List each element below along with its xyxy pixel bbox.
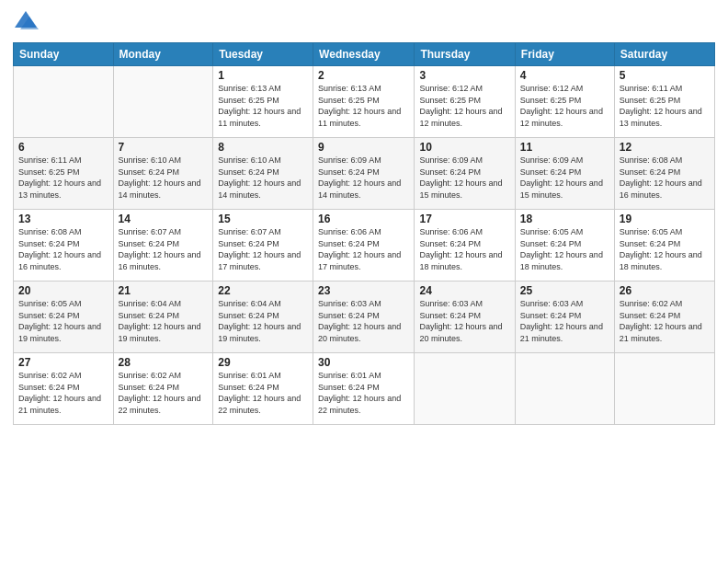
calendar-cell: 28Sunrise: 6:02 AM Sunset: 6:24 PM Dayli… [113, 353, 213, 425]
day-info: Sunrise: 6:04 AM Sunset: 6:24 PM Dayligh… [119, 298, 209, 344]
day-number: 1 [218, 69, 308, 82]
day-number: 11 [520, 141, 609, 154]
day-number: 29 [218, 356, 308, 369]
calendar-cell: 30Sunrise: 6:01 AM Sunset: 6:24 PM Dayli… [313, 353, 415, 425]
day-number: 19 [620, 213, 710, 225]
day-info: Sunrise: 6:03 AM Sunset: 6:24 PM Dayligh… [318, 298, 409, 344]
day-number: 4 [520, 69, 609, 82]
day-number: 6 [18, 141, 108, 154]
day-number: 16 [318, 213, 409, 225]
page: SundayMondayTuesdayWednesdayThursdayFrid… [0, 0, 728, 563]
calendar-cell [113, 66, 213, 138]
calendar-cell [515, 353, 614, 425]
day-number: 15 [218, 213, 308, 225]
logo [13, 9, 42, 35]
calendar-cell: 11Sunrise: 6:09 AM Sunset: 6:24 PM Dayli… [515, 138, 614, 210]
day-info: Sunrise: 6:05 AM Sunset: 6:24 PM Dayligh… [18, 298, 108, 344]
calendar-cell [415, 353, 515, 425]
day-number: 14 [119, 213, 209, 225]
day-info: Sunrise: 6:02 AM Sunset: 6:24 PM Dayligh… [620, 298, 710, 344]
calendar-cell: 7Sunrise: 6:10 AM Sunset: 6:24 PM Daylig… [113, 138, 213, 210]
day-number: 13 [18, 213, 108, 225]
day-number: 7 [119, 141, 209, 154]
day-number: 3 [419, 69, 509, 82]
calendar-week-row: 27Sunrise: 6:02 AM Sunset: 6:24 PM Dayli… [14, 353, 715, 425]
day-info: Sunrise: 6:12 AM Sunset: 6:25 PM Dayligh… [520, 83, 609, 129]
header [13, 9, 715, 35]
calendar-week-row: 1Sunrise: 6:13 AM Sunset: 6:25 PM Daylig… [14, 66, 715, 138]
calendar-cell: 13Sunrise: 6:08 AM Sunset: 6:24 PM Dayli… [14, 210, 114, 282]
calendar-cell: 24Sunrise: 6:03 AM Sunset: 6:24 PM Dayli… [415, 282, 515, 353]
calendar-cell: 12Sunrise: 6:08 AM Sunset: 6:24 PM Dayli… [614, 138, 714, 210]
calendar-cell: 22Sunrise: 6:04 AM Sunset: 6:24 PM Dayli… [213, 282, 313, 353]
day-number: 17 [419, 213, 509, 225]
calendar-cell: 16Sunrise: 6:06 AM Sunset: 6:24 PM Dayli… [313, 210, 415, 282]
weekday-monday: Monday [113, 43, 213, 66]
day-number: 27 [18, 356, 108, 369]
calendar-cell: 23Sunrise: 6:03 AM Sunset: 6:24 PM Dayli… [313, 282, 415, 353]
calendar-cell: 8Sunrise: 6:10 AM Sunset: 6:24 PM Daylig… [213, 138, 313, 210]
day-number: 23 [318, 284, 409, 297]
weekday-header-row: SundayMondayTuesdayWednesdayThursdayFrid… [14, 43, 715, 66]
day-info: Sunrise: 6:06 AM Sunset: 6:24 PM Dayligh… [318, 226, 409, 272]
day-info: Sunrise: 6:07 AM Sunset: 6:24 PM Dayligh… [218, 226, 308, 272]
calendar-cell: 26Sunrise: 6:02 AM Sunset: 6:24 PM Dayli… [614, 282, 714, 353]
calendar-cell: 9Sunrise: 6:09 AM Sunset: 6:24 PM Daylig… [313, 138, 415, 210]
weekday-saturday: Saturday [614, 43, 714, 66]
weekday-thursday: Thursday [415, 43, 515, 66]
day-number: 8 [218, 141, 308, 154]
day-info: Sunrise: 6:04 AM Sunset: 6:24 PM Dayligh… [218, 298, 308, 344]
calendar-cell: 6Sunrise: 6:11 AM Sunset: 6:25 PM Daylig… [14, 138, 114, 210]
day-number: 25 [520, 284, 609, 297]
day-info: Sunrise: 6:08 AM Sunset: 6:24 PM Dayligh… [620, 155, 710, 201]
calendar-cell [14, 66, 114, 138]
calendar-cell: 27Sunrise: 6:02 AM Sunset: 6:24 PM Dayli… [14, 353, 114, 425]
weekday-sunday: Sunday [14, 43, 114, 66]
day-number: 26 [620, 284, 710, 297]
calendar-cell: 3Sunrise: 6:12 AM Sunset: 6:25 PM Daylig… [415, 66, 515, 138]
day-info: Sunrise: 6:13 AM Sunset: 6:25 PM Dayligh… [318, 83, 409, 129]
day-number: 28 [119, 356, 209, 369]
weekday-tuesday: Tuesday [213, 43, 313, 66]
day-info: Sunrise: 6:03 AM Sunset: 6:24 PM Dayligh… [419, 298, 509, 344]
weekday-friday: Friday [515, 43, 614, 66]
logo-icon [13, 9, 39, 35]
day-info: Sunrise: 6:05 AM Sunset: 6:24 PM Dayligh… [620, 226, 710, 272]
calendar-cell: 17Sunrise: 6:06 AM Sunset: 6:24 PM Dayli… [415, 210, 515, 282]
day-number: 18 [520, 213, 609, 225]
day-info: Sunrise: 6:11 AM Sunset: 6:25 PM Dayligh… [620, 83, 710, 129]
calendar-cell: 5Sunrise: 6:11 AM Sunset: 6:25 PM Daylig… [614, 66, 714, 138]
day-info: Sunrise: 6:01 AM Sunset: 6:24 PM Dayligh… [318, 370, 409, 416]
weekday-wednesday: Wednesday [313, 43, 415, 66]
calendar-cell: 10Sunrise: 6:09 AM Sunset: 6:24 PM Dayli… [415, 138, 515, 210]
calendar-cell: 29Sunrise: 6:01 AM Sunset: 6:24 PM Dayli… [213, 353, 313, 425]
calendar-cell: 2Sunrise: 6:13 AM Sunset: 6:25 PM Daylig… [313, 66, 415, 138]
calendar-cell: 18Sunrise: 6:05 AM Sunset: 6:24 PM Dayli… [515, 210, 614, 282]
day-info: Sunrise: 6:09 AM Sunset: 6:24 PM Dayligh… [318, 155, 409, 201]
day-info: Sunrise: 6:02 AM Sunset: 6:24 PM Dayligh… [119, 370, 209, 416]
day-info: Sunrise: 6:08 AM Sunset: 6:24 PM Dayligh… [18, 226, 108, 272]
day-number: 5 [620, 69, 710, 82]
calendar-week-row: 6Sunrise: 6:11 AM Sunset: 6:25 PM Daylig… [14, 138, 715, 210]
calendar-cell: 15Sunrise: 6:07 AM Sunset: 6:24 PM Dayli… [213, 210, 313, 282]
calendar-table: SundayMondayTuesdayWednesdayThursdayFrid… [13, 42, 715, 425]
day-number: 9 [318, 141, 409, 154]
day-info: Sunrise: 6:05 AM Sunset: 6:24 PM Dayligh… [520, 226, 609, 272]
day-info: Sunrise: 6:06 AM Sunset: 6:24 PM Dayligh… [419, 226, 509, 272]
calendar-cell: 19Sunrise: 6:05 AM Sunset: 6:24 PM Dayli… [614, 210, 714, 282]
day-number: 22 [218, 284, 308, 297]
calendar-cell [614, 353, 714, 425]
day-number: 2 [318, 69, 409, 82]
day-number: 10 [419, 141, 509, 154]
day-info: Sunrise: 6:10 AM Sunset: 6:24 PM Dayligh… [119, 155, 209, 201]
day-number: 12 [620, 141, 710, 154]
day-info: Sunrise: 6:03 AM Sunset: 6:24 PM Dayligh… [520, 298, 609, 344]
day-number: 24 [419, 284, 509, 297]
calendar-cell: 1Sunrise: 6:13 AM Sunset: 6:25 PM Daylig… [213, 66, 313, 138]
day-info: Sunrise: 6:13 AM Sunset: 6:25 PM Dayligh… [218, 83, 308, 129]
calendar-cell: 25Sunrise: 6:03 AM Sunset: 6:24 PM Dayli… [515, 282, 614, 353]
day-info: Sunrise: 6:02 AM Sunset: 6:24 PM Dayligh… [18, 370, 108, 416]
day-info: Sunrise: 6:10 AM Sunset: 6:24 PM Dayligh… [218, 155, 308, 201]
day-info: Sunrise: 6:12 AM Sunset: 6:25 PM Dayligh… [419, 83, 509, 129]
day-number: 30 [318, 356, 409, 369]
